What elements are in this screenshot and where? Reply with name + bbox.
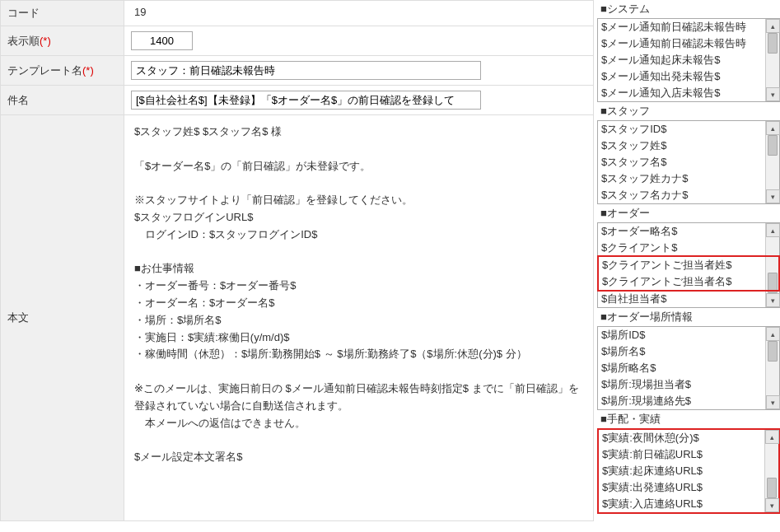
- variable-item[interactable]: $スタッフ名$: [598, 154, 764, 170]
- variable-item[interactable]: $スタッフID$: [598, 121, 764, 138]
- staff-variable-list[interactable]: $スタッフID$ $スタッフ姓$ $スタッフ名$ $スタッフ姓カナ$ $スタッフ…: [597, 120, 780, 204]
- scroll-up-icon[interactable]: ▴: [766, 121, 780, 135]
- results-variable-list[interactable]: $実績:夜間休憩(分)$ $実績:前日確認URL$ $実績:起床連絡URL$ $…: [597, 428, 780, 514]
- section-staff-title: ■スタッフ: [597, 102, 780, 120]
- variable-item[interactable]: $実績:出発連絡URL$: [599, 479, 764, 496]
- variable-item[interactable]: $場所:現場連絡先$: [598, 393, 764, 409]
- scroll-down-icon[interactable]: ▾: [765, 498, 779, 512]
- scroll-down-icon[interactable]: ▾: [766, 189, 780, 203]
- template-name-label: テンプレート名(*): [1, 56, 124, 86]
- variable-item[interactable]: $場所ID$: [598, 327, 764, 343]
- variables-panel: ■システム $メール通知前日確認未報告時 $メール通知前日確認未報告時 $メール…: [594, 0, 780, 521]
- scroll-down-icon[interactable]: ▾: [766, 87, 780, 101]
- scroll-thumb[interactable]: [768, 135, 778, 156]
- code-value: 19: [131, 4, 149, 20]
- scroll-up-icon[interactable]: ▴: [766, 327, 780, 341]
- scrollbar[interactable]: ▴ ▾: [765, 327, 779, 409]
- scroll-thumb[interactable]: [768, 341, 778, 362]
- variable-item[interactable]: $メール通知前日確認未報告時: [598, 19, 764, 35]
- display-order-input[interactable]: [131, 31, 193, 50]
- variable-item[interactable]: $自社担当者$: [598, 291, 764, 307]
- display-order-label: 表示順(*): [1, 26, 124, 56]
- scroll-up-icon[interactable]: ▴: [766, 19, 780, 33]
- scrollbar[interactable]: ▴ ▾: [765, 121, 779, 203]
- highlighted-variables: $クライアントご担当者姓$ $クライアントご担当者名$: [597, 255, 780, 292]
- template-name-input[interactable]: [131, 61, 481, 80]
- variable-item[interactable]: $場所名$: [598, 343, 764, 360]
- scroll-thumb[interactable]: [768, 33, 778, 54]
- variable-item[interactable]: $オーダー略名$: [598, 223, 764, 240]
- variable-item[interactable]: $場所:現場担当者$: [598, 376, 764, 393]
- variable-item[interactable]: $実績:前日確認URL$: [599, 446, 764, 463]
- variable-item[interactable]: $スタッフ姓カナ$: [598, 170, 764, 187]
- variable-item[interactable]: $実績:起床連絡URL$: [599, 463, 764, 479]
- variable-item[interactable]: $メール通知出発未報告$: [598, 68, 764, 85]
- variable-item[interactable]: $メール通知起床未報告$: [598, 52, 764, 68]
- scrollbar[interactable]: ▴ ▾: [764, 430, 778, 512]
- section-order-title: ■オーダー: [597, 204, 780, 222]
- scroll-up-icon[interactable]: ▴: [765, 430, 779, 444]
- variable-item[interactable]: $スタッフ姓$: [598, 138, 764, 154]
- system-variable-list[interactable]: $メール通知前日確認未報告時 $メール通知前日確認未報告時 $メール通知起床未報…: [597, 18, 780, 102]
- variable-item[interactable]: $クライアント$: [598, 240, 764, 256]
- body-label: 本文: [1, 115, 124, 521]
- section-results-title: ■手配・実績: [597, 410, 780, 428]
- code-label: コード: [1, 1, 124, 26]
- variable-item[interactable]: $メール通知入店未報告$: [598, 85, 764, 101]
- order-variable-list[interactable]: $オーダー略名$ $クライアント$ $クライアントご担当者姓$ $クライアントご…: [597, 222, 780, 308]
- scroll-thumb[interactable]: [767, 478, 777, 498]
- scroll-down-icon[interactable]: ▾: [766, 293, 780, 307]
- variable-item[interactable]: $メール通知前日確認未報告時: [598, 35, 764, 52]
- place-variable-list[interactable]: $場所ID$ $場所名$ $場所略名$ $場所:現場担当者$ $場所:現場連絡先…: [597, 326, 780, 410]
- subject-label: 件名: [1, 86, 124, 115]
- scroll-up-icon[interactable]: ▴: [766, 223, 780, 237]
- form-panel: コード 19 表示順(*) テンプレート名(*) 件名: [0, 0, 594, 521]
- variable-item[interactable]: $クライアントご担当者名$: [599, 273, 765, 290]
- form-table: コード 19 表示順(*) テンプレート名(*) 件名: [0, 0, 594, 521]
- variable-item[interactable]: $スタッフ名カナ$: [598, 187, 764, 203]
- variable-item[interactable]: $実績:入店連絡URL$: [599, 496, 764, 512]
- section-place-title: ■オーダー場所情報: [597, 308, 780, 326]
- variable-item[interactable]: $クライアントご担当者姓$: [599, 257, 765, 273]
- scrollbar[interactable]: ▴ ▾: [765, 19, 779, 101]
- variable-item[interactable]: $実績:夜間休憩(分)$: [599, 430, 764, 446]
- subject-input[interactable]: [131, 91, 481, 110]
- body-text[interactable]: $スタッフ姓$ $スタッフ名$ 様 「$オーダー名$」の「前日確認」が未登録です…: [131, 120, 586, 516]
- scroll-down-icon[interactable]: ▾: [766, 395, 780, 409]
- section-system-title: ■システム: [597, 0, 780, 18]
- variable-item[interactable]: $場所略名$: [598, 360, 764, 376]
